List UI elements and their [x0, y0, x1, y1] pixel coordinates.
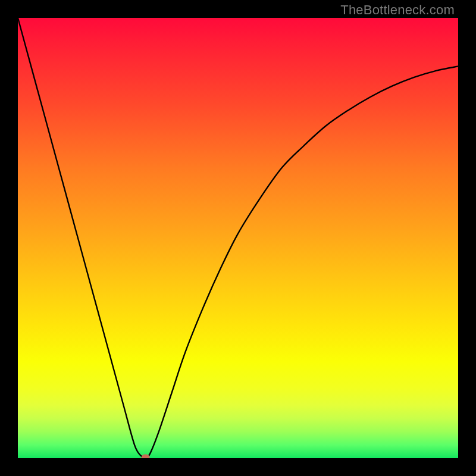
- watermark-text: TheBottleneck.com: [340, 2, 455, 18]
- plot-area: [18, 18, 458, 458]
- bottleneck-curve: [18, 18, 458, 458]
- chart-frame: TheBottleneck.com: [0, 0, 476, 476]
- minimum-marker: [142, 455, 150, 458]
